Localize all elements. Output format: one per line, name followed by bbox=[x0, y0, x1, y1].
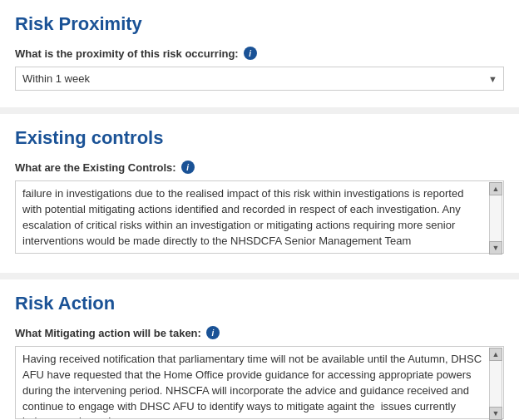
risk-action-textarea[interactable]: Having received notification that parlia… bbox=[15, 346, 504, 419]
risk-proximity-info-icon[interactable]: i bbox=[244, 47, 257, 60]
risk-proximity-title: Risk Proximity bbox=[15, 13, 504, 35]
existing-controls-info-icon[interactable]: i bbox=[181, 161, 195, 174]
risk-action-scroll-up[interactable]: ▲ bbox=[489, 348, 502, 361]
risk-action-label-text: What Mitigating action will be taken: bbox=[15, 327, 201, 339]
existing-controls-scroll-up[interactable]: ▲ bbox=[489, 182, 502, 195]
risk-action-scroll-track bbox=[489, 361, 502, 407]
risk-proximity-section: Risk Proximity What is the proximity of … bbox=[0, 0, 519, 107]
risk-action-scroll: ▲ ▼ bbox=[489, 348, 502, 420]
risk-proximity-select[interactable]: Within 1 week Within 1 month Within 3 mo… bbox=[15, 67, 504, 91]
existing-controls-title: Existing controls bbox=[15, 127, 504, 149]
existing-controls-textarea-wrapper: failure in investigations due to the rea… bbox=[15, 180, 504, 256]
existing-controls-scroll: ▲ ▼ bbox=[489, 182, 502, 254]
risk-action-title: Risk Action bbox=[15, 293, 504, 314]
risk-action-info-icon[interactable]: i bbox=[206, 326, 220, 339]
existing-controls-textarea[interactable]: failure in investigations due to the rea… bbox=[15, 180, 504, 254]
risk-action-label: What Mitigating action will be taken: i bbox=[15, 326, 504, 339]
risk-proximity-label: What is the proximity of this risk occur… bbox=[15, 47, 504, 60]
existing-controls-label-text: What are the Existing Controls: bbox=[15, 161, 176, 174]
existing-controls-label: What are the Existing Controls: i bbox=[15, 161, 504, 174]
risk-action-scroll-down[interactable]: ▼ bbox=[489, 407, 502, 420]
risk-action-section: Risk Action What Mitigating action will … bbox=[0, 279, 519, 420]
risk-proximity-label-text: What is the proximity of this risk occur… bbox=[15, 47, 239, 60]
risk-proximity-select-wrapper: Within 1 week Within 1 month Within 3 mo… bbox=[15, 67, 504, 91]
risk-action-textarea-wrapper: Having received notification that parlia… bbox=[15, 346, 504, 420]
existing-controls-scroll-down[interactable]: ▼ bbox=[489, 241, 502, 254]
existing-controls-section: Existing controls What are the Existing … bbox=[0, 114, 519, 273]
existing-controls-scroll-track bbox=[489, 195, 502, 241]
